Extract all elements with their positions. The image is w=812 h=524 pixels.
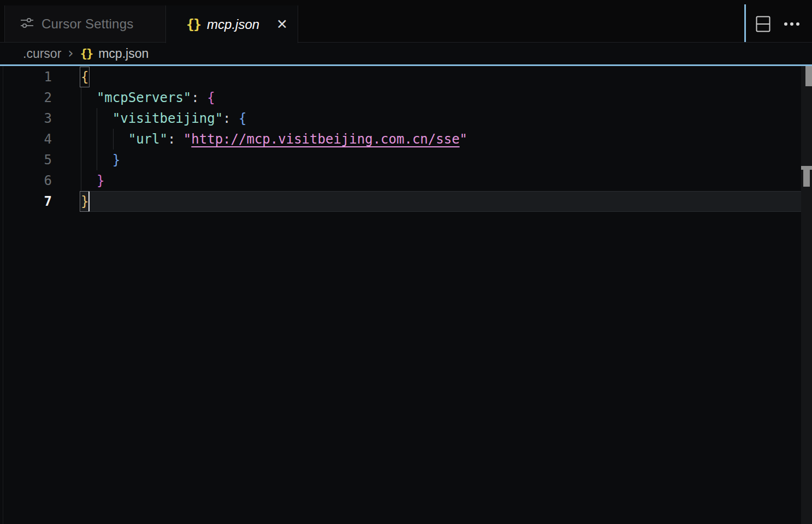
scrollbar-track[interactable]	[801, 66, 812, 524]
json-braces-icon: {}	[186, 17, 200, 31]
breadcrumb-file[interactable]: mcp.json	[98, 46, 149, 61]
code-token	[175, 132, 183, 147]
bracket-match: {	[81, 69, 88, 85]
line-number[interactable]: 3	[0, 108, 52, 129]
line-number[interactable]: 1	[0, 67, 52, 87]
line-number[interactable]: 7	[0, 191, 52, 212]
code-token: }	[97, 173, 104, 188]
indent-guide	[97, 108, 97, 170]
editor-actions	[744, 5, 812, 43]
tab-cursor-settings[interactable]: Cursor Settings	[4, 5, 165, 43]
settings-sliders-icon	[20, 16, 34, 32]
code-token: "url"	[128, 132, 168, 147]
code-line-content[interactable]: "url": "http://mcp.visitbeijing.com.cn/s…	[81, 129, 801, 150]
indent-guide	[113, 129, 114, 150]
code-line: 7}	[0, 191, 812, 212]
editor-window: Cursor Settings {} mcp.json ✕	[0, 0, 812, 524]
code-line-content[interactable]: "visitbeijing": {	[81, 108, 801, 129]
overview-ruler-mark	[805, 66, 812, 86]
split-editor-icon[interactable]	[756, 16, 770, 32]
close-icon[interactable]: ✕	[276, 17, 288, 31]
code-line-content[interactable]: }	[81, 191, 801, 212]
code-token	[81, 173, 97, 188]
code-line-content[interactable]: {	[81, 67, 801, 87]
code-line: 6 }	[0, 170, 812, 191]
code-lines: 1{2 "mcpServers": {3 "visitbeijing": {4 …	[0, 67, 812, 212]
code-line-content[interactable]: "mcpServers": {	[81, 87, 801, 108]
tab-label: mcp.json	[207, 17, 259, 32]
code-token	[231, 111, 239, 126]
code-token: "	[460, 132, 467, 147]
bracket-match: }	[81, 194, 88, 209]
code-token: "mcpServers"	[97, 90, 191, 105]
line-number[interactable]: 4	[0, 129, 52, 150]
code-line: 1{	[0, 67, 812, 87]
url-link[interactable]: http://mcp.visitbeijing.com.cn/sse	[191, 132, 459, 147]
code-line: 2 "mcpServers": {	[0, 87, 812, 108]
json-braces-icon: {}	[80, 47, 93, 59]
code-token: :	[223, 111, 230, 126]
code-token	[81, 132, 128, 147]
breadcrumb: .cursor › {} mcp.json	[0, 43, 812, 64]
line-number[interactable]: 2	[0, 87, 52, 108]
more-actions-icon[interactable]	[784, 22, 800, 26]
tab-bar: Cursor Settings {} mcp.json ✕	[0, 0, 812, 43]
breadcrumb-folder[interactable]: .cursor	[23, 46, 61, 61]
code-line: 4 "url": "http://mcp.visitbeijing.com.cn…	[0, 129, 812, 150]
code-token: }	[112, 152, 120, 168]
code-token	[199, 90, 207, 105]
tab-label: Cursor Settings	[42, 16, 133, 32]
chevron-right-icon: ›	[68, 45, 73, 61]
overview-ruler-mark	[803, 170, 810, 187]
indent-guide	[81, 87, 81, 190]
line-number[interactable]: 6	[0, 170, 52, 191]
line-number[interactable]: 5	[0, 150, 52, 170]
code-token: :	[191, 90, 199, 105]
code-token: {	[207, 90, 215, 105]
code-token	[81, 90, 97, 105]
code-editor[interactable]: 1{2 "mcpServers": {3 "visitbeijing": {4 …	[0, 66, 812, 524]
code-token: "	[183, 132, 191, 147]
code-line-content[interactable]: }	[81, 150, 801, 170]
code-token: :	[168, 132, 175, 147]
code-token: {	[239, 111, 246, 126]
code-token: "visitbeijing"	[112, 111, 223, 126]
code-line: 5 }	[0, 150, 812, 170]
tabs: Cursor Settings {} mcp.json ✕	[4, 5, 298, 43]
focus-accent-divider	[744, 4, 746, 43]
code-line-content[interactable]: }	[81, 170, 801, 191]
overview-ruler-mark	[801, 166, 812, 170]
code-line: 3 "visitbeijing": {	[0, 108, 812, 129]
tab-mcp-json[interactable]: {} mcp.json ✕	[165, 5, 298, 43]
